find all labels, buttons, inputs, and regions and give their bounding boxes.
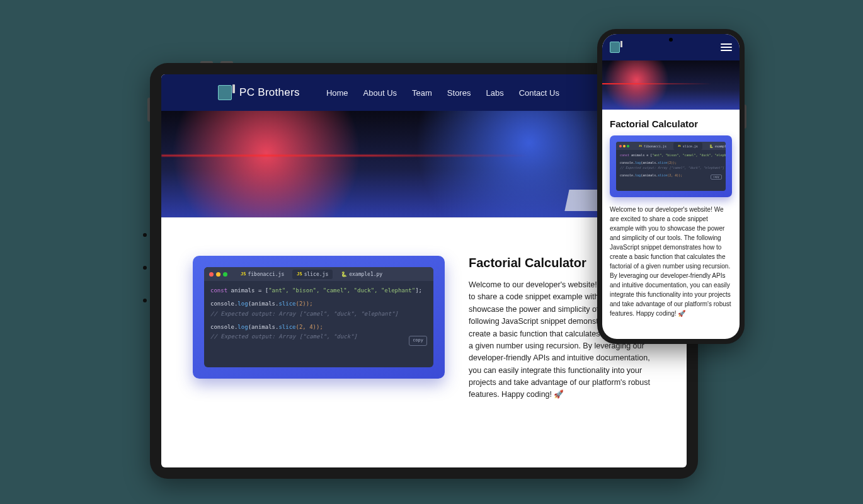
main-nav: Home About Us Team Stores Labs Contact U… bbox=[326, 88, 559, 98]
window-controls-icon bbox=[619, 145, 629, 147]
copy-button[interactable]: copy bbox=[711, 175, 722, 180]
phone-body: Factorial Calculator JS fibonacci.js JS … bbox=[597, 29, 745, 344]
phone-camera-icon bbox=[669, 38, 673, 42]
js-icon: JS bbox=[297, 272, 302, 277]
js-icon: JS bbox=[241, 272, 246, 277]
window-controls-icon bbox=[209, 272, 227, 277]
nav-team[interactable]: Team bbox=[412, 88, 432, 98]
editor-tab-fibonacci[interactable]: JSfibonacci.js bbox=[236, 270, 289, 279]
nav-home[interactable]: Home bbox=[326, 88, 348, 98]
code-body: const animals = ["ant", "bison", "camel"… bbox=[616, 150, 726, 180]
code-snippet-card: JS fibonacci.js JS slice.js 🐍 example1.p… bbox=[610, 135, 732, 197]
editor-tab-example[interactable]: 🐍example1.py bbox=[336, 270, 387, 279]
nav-contact[interactable]: Contact Us bbox=[519, 88, 559, 98]
nav-stores[interactable]: Stores bbox=[447, 88, 471, 98]
mobile-article: Factorial Calculator JS fibonacci.js JS … bbox=[602, 110, 740, 324]
hero-image bbox=[602, 60, 740, 110]
code-editor: JS fibonacci.js JS slice.js 🐍 example1.p… bbox=[616, 142, 726, 191]
tablet-speaker-dots bbox=[143, 233, 147, 302]
article-heading: Factorial Calculator bbox=[610, 118, 732, 129]
site-title: PC Brothers bbox=[239, 86, 300, 99]
logo-icon[interactable] bbox=[610, 42, 620, 53]
phone-screen: Factorial Calculator JS fibonacci.js JS … bbox=[602, 34, 740, 339]
nav-about[interactable]: About Us bbox=[363, 88, 397, 98]
article-body: Welcome to our developer's website! We a… bbox=[610, 205, 732, 318]
code-body: const animals = ["ant", "bison", "camel"… bbox=[204, 281, 433, 346]
python-icon: 🐍 bbox=[341, 272, 347, 277]
editor-tab-slice[interactable]: JSslice.js bbox=[292, 270, 333, 279]
code-editor: JSfibonacci.js JSslice.js 🐍example1.py c… bbox=[204, 267, 433, 367]
editor-tab-slice[interactable]: JS slice.js bbox=[673, 142, 702, 150]
logo-icon bbox=[218, 85, 232, 100]
editor-tab-fibonacci[interactable]: JS fibonacci.js bbox=[634, 142, 671, 150]
code-snippet-card: JSfibonacci.js JSslice.js 🐍example1.py c… bbox=[193, 256, 445, 379]
site-logo[interactable]: PC Brothers bbox=[218, 85, 300, 100]
phone-device-frame: Factorial Calculator JS fibonacci.js JS … bbox=[597, 29, 745, 344]
editor-tab-example[interactable]: 🐍 example1.py bbox=[705, 142, 726, 150]
nav-labs[interactable]: Labs bbox=[486, 88, 503, 98]
hamburger-menu-icon[interactable] bbox=[721, 43, 732, 51]
editor-tab-bar: JS fibonacci.js JS slice.js 🐍 example1.p… bbox=[616, 142, 726, 150]
editor-tab-bar: JSfibonacci.js JSslice.js 🐍example1.py bbox=[204, 267, 433, 281]
copy-button[interactable]: copy bbox=[409, 336, 427, 346]
